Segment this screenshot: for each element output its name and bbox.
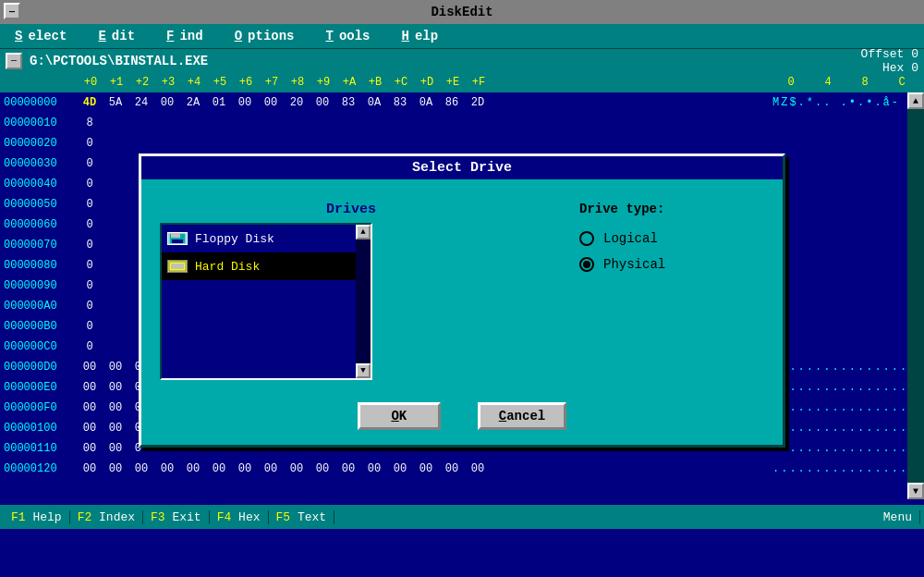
menu-find[interactable]: Find [155, 29, 209, 43]
hd-icon [167, 260, 188, 273]
system-button[interactable]: — [4, 3, 20, 19]
list-scroll-up[interactable]: ▲ [356, 225, 371, 239]
filepath-sys-button[interactable]: — [6, 53, 22, 69]
dialog-title: Select Drive [141, 156, 783, 179]
menu-tools[interactable]: Tools [315, 29, 376, 43]
dialog-content: Drives [141, 194, 783, 395]
offset-info: Offset 0 Hex 0 [861, 47, 918, 75]
drives-title: Drives [160, 202, 542, 217]
dialog-overlay: Select Drive Drives [0, 72, 924, 529]
radio-logical-circle [579, 231, 594, 246]
hd-label: Hard Disk [195, 260, 260, 274]
title-bar: — DiskEdit [0, 0, 924, 24]
list-scrollbar: ▲ ▼ [356, 225, 371, 378]
drives-list-container: Floppy Disk Hard Disk [160, 223, 372, 380]
cancel-button[interactable]: Cancel [478, 402, 566, 430]
menu-options[interactable]: Options [224, 29, 300, 43]
filepath-bar: — G:\PCTOOLS\BINSTALL.EXE Offset 0 Hex 0 [0, 48, 924, 72]
main-area: +0 +1 +2 +3 +4 +5 +6 +7 +8 +9 +A +B +C +… [0, 72, 924, 529]
drive-type-section: Drive type: Logical Physical [579, 202, 764, 380]
svg-rect-1 [171, 233, 180, 238]
floppy-label: Floppy Disk [195, 232, 274, 246]
radio-logical-label: Logical [603, 231, 658, 246]
filepath: G:\PCTOOLS\BINSTALL.EXE [30, 54, 861, 68]
dialog-buttons: OK Cancel [141, 395, 783, 445]
menu-help[interactable]: Help [391, 29, 444, 43]
menu-edit[interactable]: Edit [87, 29, 140, 43]
radio-logical[interactable]: Logical [579, 231, 764, 246]
drives-section: Drives [160, 202, 542, 380]
svg-rect-2 [172, 239, 183, 243]
list-scroll-down[interactable]: ▼ [356, 363, 371, 378]
drives-list: Floppy Disk Hard Disk [162, 225, 371, 378]
ok-button[interactable]: OK [358, 402, 441, 430]
offset-label: Offset 0 [861, 47, 918, 61]
radio-physical-circle [579, 257, 594, 272]
radio-physical-label: Physical [603, 257, 665, 272]
radio-physical[interactable]: Physical [579, 257, 764, 272]
radio-group: Logical Physical [579, 231, 764, 272]
floppy-icon [167, 232, 188, 245]
drive-item-harddisk[interactable]: Hard Disk [162, 252, 371, 280]
menu-bar: Select Edit Find Options Tools Help [0, 24, 924, 48]
drive-type-title: Drive type: [579, 202, 764, 216]
menu-select[interactable]: Select [4, 29, 72, 43]
app-title: DiskEdit [431, 5, 492, 19]
svg-rect-4 [171, 264, 184, 269]
drive-item-floppy[interactable]: Floppy Disk [162, 225, 371, 252]
list-scroll-track [356, 239, 371, 363]
select-drive-dialog: Select Drive Drives [139, 153, 785, 448]
